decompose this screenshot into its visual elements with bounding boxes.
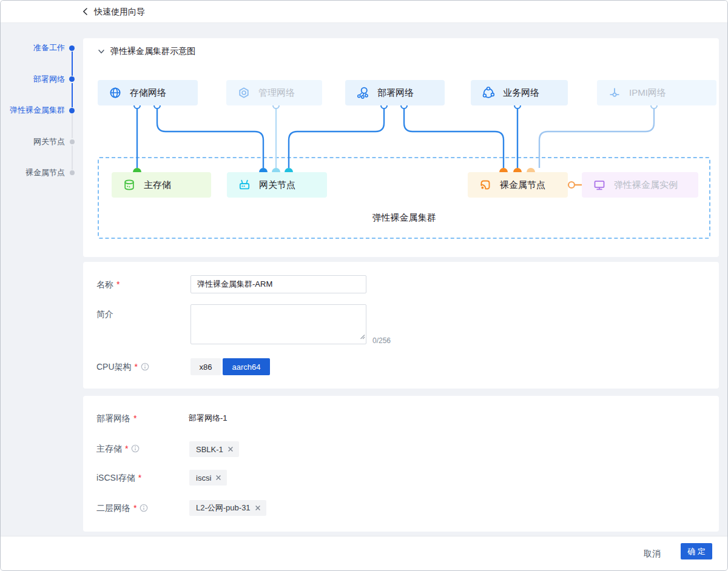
step-label-prepare[interactable]: 准备工作 <box>33 42 65 53</box>
node-storage-network: 存储网络 <box>98 80 198 105</box>
node-label: 存储网络 <box>130 87 166 99</box>
monitor-icon <box>593 178 606 192</box>
node-label: 裸金属节点 <box>500 179 545 191</box>
description-label: 简介 <box>96 308 113 320</box>
node-business-network: 业务网络 <box>471 80 568 105</box>
char-counter: 0/256 <box>372 336 391 345</box>
nut-icon <box>237 86 251 99</box>
primary-storage-tag[interactable]: SBLK-1 <box>189 441 239 457</box>
cpu-option-x86[interactable]: x86 <box>190 358 221 375</box>
diagram-section-title: 弹性裸金属集群示意图 <box>110 46 195 57</box>
step-connector <box>72 114 73 138</box>
step-dot[interactable] <box>70 170 75 175</box>
required-mark: * <box>135 361 138 373</box>
node-label: 管理网络 <box>258 87 295 99</box>
cancel-button[interactable]: 取消 <box>644 546 661 562</box>
step-dot[interactable] <box>69 108 75 113</box>
basic-form-card: 名称* 简介 0/256 CPU架构* x86 aarch64 <box>83 262 719 389</box>
step-dot[interactable] <box>70 139 75 144</box>
step-dot[interactable] <box>69 45 75 51</box>
database-icon <box>123 178 136 192</box>
node-deploy-network: 部署网络 <box>345 80 445 105</box>
node-label: 网关节点 <box>259 179 295 191</box>
probe-icon <box>608 86 621 99</box>
step-connector <box>72 145 73 170</box>
node-ipmi-network: IPMI网络 <box>597 80 716 105</box>
node-label: 主存储 <box>144 179 171 191</box>
iscsi-storage-tag[interactable]: iscsi <box>189 470 227 486</box>
deploy-network-value: 部署网络-1 <box>189 412 228 424</box>
step-label-baremetal[interactable]: 裸金属节点 <box>25 167 65 178</box>
step-connector <box>72 83 73 107</box>
globe-icon <box>109 86 122 99</box>
share-network-icon <box>482 86 495 99</box>
required-mark: * <box>125 442 128 455</box>
deploy-network-label: 部署网络* <box>96 412 136 424</box>
node-label: 业务网络 <box>503 87 539 99</box>
name-input[interactable] <box>190 275 366 293</box>
required-mark: * <box>133 502 136 514</box>
node-label: 弹性裸金属实例 <box>614 179 678 191</box>
confirm-button[interactable]: 确 定 <box>681 543 712 559</box>
name-label: 名称* <box>96 278 120 290</box>
remove-icon[interactable] <box>255 505 261 511</box>
info-icon[interactable] <box>141 362 149 371</box>
node-label: 部署网络 <box>377 87 414 99</box>
node-mgmt-network: 管理网络 <box>226 80 322 105</box>
network-form-card: 部署网络* 部署网络-1 主存储* SBLK-1 iSCSI存储* iscsi … <box>83 396 719 532</box>
node-label: IPMI网络 <box>629 87 666 99</box>
node-baremetal: 裸金属节点 <box>468 172 568 198</box>
node-elastic-instance: 弹性裸金属实例 <box>582 172 698 198</box>
router-icon <box>238 178 251 192</box>
cluster-label: 弹性裸金属集群 <box>98 212 710 224</box>
step-connector <box>72 52 73 76</box>
l2-network-tag[interactable]: L2-公网-pub-31 <box>189 500 266 516</box>
node-gateway: 网关节点 <box>227 172 327 198</box>
step-label-deploy-network[interactable]: 部署网络 <box>33 74 65 85</box>
node-primary-storage: 主存储 <box>112 172 211 198</box>
resize-handle-icon[interactable] <box>359 331 365 342</box>
remove-icon[interactable] <box>215 475 221 481</box>
step-label-gateway[interactable]: 网关节点 <box>33 136 65 147</box>
required-mark: * <box>133 412 136 424</box>
remove-icon[interactable] <box>228 446 234 452</box>
iscsi-storage-label: iSCSI存储* <box>96 472 141 484</box>
back-chevron-icon[interactable] <box>81 7 90 16</box>
signal-icon <box>479 178 492 192</box>
footer-bar: 取消 确 定 <box>1 536 727 571</box>
l2-network-label: 二层网络* <box>96 502 148 514</box>
info-icon[interactable] <box>140 504 148 512</box>
description-textarea[interactable] <box>190 304 366 344</box>
required-mark: * <box>116 278 120 290</box>
step-label-cluster[interactable]: 弹性裸金属集群 <box>10 105 65 116</box>
cluster-dashed-boundary <box>98 157 710 239</box>
chevron-down-icon <box>98 48 105 55</box>
required-mark: * <box>138 472 141 484</box>
diagram-card: 弹性裸金属集群示意图 <box>83 38 719 257</box>
cpu-option-aarch64[interactable]: aarch64 <box>223 358 270 375</box>
wizard-window: 快速使用向导 准备工作 部署网络 弹性裸金属集群 网关节点 裸金属节点 弹性裸金… <box>0 0 728 571</box>
cpu-arch-label: CPU架构* <box>96 361 149 373</box>
step-dot[interactable] <box>69 76 75 82</box>
diagram-section-toggle[interactable]: 弹性裸金属集群示意图 <box>98 46 195 57</box>
top-bar: 快速使用向导 <box>1 1 727 23</box>
page-title: 快速使用向导 <box>94 1 145 22</box>
primary-storage-label: 主存储* <box>96 442 140 455</box>
info-icon[interactable] <box>131 444 140 453</box>
cpu-arch-toggle: x86 aarch64 <box>190 358 270 375</box>
cluster-icon <box>356 86 369 99</box>
